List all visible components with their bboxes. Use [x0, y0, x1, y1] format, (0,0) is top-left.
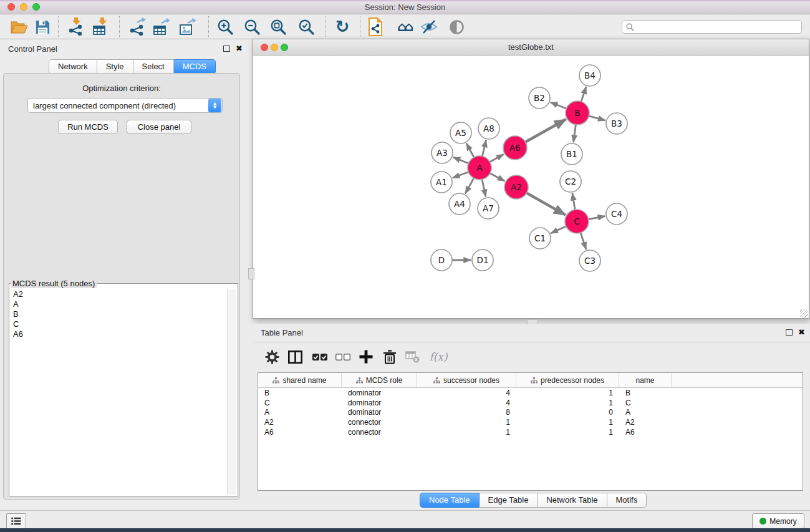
zoom-out-icon[interactable] — [241, 17, 263, 37]
float-table-panel-icon[interactable] — [786, 329, 793, 336]
float-panel-icon[interactable] — [223, 46, 230, 52]
export-table-icon[interactable] — [151, 17, 172, 37]
hierarchy-icon — [356, 377, 363, 384]
open-session-icon[interactable] — [9, 17, 30, 37]
column-header-shared-name[interactable]: shared name — [258, 373, 342, 387]
tab-network[interactable]: Network — [49, 59, 97, 74]
graph-node-C[interactable]: C — [565, 210, 589, 233]
table-toolbar: f(x) — [253, 342, 810, 371]
close-panel-icon[interactable]: ✖ — [236, 45, 243, 52]
table-panel: Table Panel ✖ f(x) shared nameMCDS r — [253, 324, 810, 509]
graph-node-B4[interactable]: B4 — [579, 65, 600, 86]
graph-node-A1[interactable]: A1 — [431, 172, 452, 193]
graph-node-A3[interactable]: A3 — [432, 142, 453, 163]
import-network-icon[interactable] — [65, 17, 87, 37]
table-row[interactable]: Cdominator41C — [258, 398, 803, 408]
criterion-dropdown[interactable]: largest connected component (directed) ▲… — [27, 98, 223, 113]
cell-shared-name: A — [258, 408, 342, 417]
cell-successor-nodes: 1 — [417, 418, 516, 427]
column-header-name[interactable]: name — [619, 373, 672, 387]
result-item[interactable]: A — [11, 299, 226, 309]
tab-motifs[interactable]: Motifs — [607, 493, 647, 508]
cell-shared-name: A2 — [258, 418, 342, 427]
tab-mcds[interactable]: MCDS — [174, 59, 216, 74]
graph-node-A7[interactable]: A7 — [478, 198, 499, 219]
memory-button[interactable]: Memory — [752, 513, 804, 529]
tab-select[interactable]: Select — [133, 59, 174, 74]
graph-node-A5[interactable]: A5 — [450, 122, 471, 143]
graph-node-A4[interactable]: A4 — [449, 193, 470, 215]
zoom-fit-content-icon[interactable] — [268, 17, 289, 37]
column-header-MCDS-role[interactable]: MCDS role — [342, 373, 417, 387]
refresh-icon[interactable]: ↻ — [332, 17, 353, 37]
add-row-icon[interactable] — [357, 349, 375, 365]
graph-node-B[interactable]: B — [566, 101, 589, 125]
column-header-successor-nodes[interactable]: successor nodes — [417, 373, 516, 387]
graph-node-B3[interactable]: B3 — [606, 113, 627, 134]
table-settings-icon[interactable] — [263, 349, 281, 365]
graph-node-A[interactable]: A — [468, 156, 491, 180]
table-row[interactable]: Adominator80A — [258, 407, 803, 417]
cell-predecessor-nodes: 1 — [516, 389, 619, 397]
cell-name: A — [619, 408, 672, 417]
table-row[interactable]: Bdominator41B — [258, 388, 803, 398]
graph-node-A6[interactable]: A6 — [503, 136, 527, 160]
graph-node-C3[interactable]: C3 — [579, 250, 600, 271]
select-all-icon[interactable] — [311, 349, 329, 365]
tab-style[interactable]: Style — [97, 59, 133, 74]
search-field[interactable] — [622, 20, 802, 34]
network-canvas[interactable]: AA1A2A3A4A5A6A7A8BB1B2B3B4CC1C2C3C4DD1 — [253, 55, 809, 318]
home-icon[interactable]: ⌂⌂ — [393, 17, 415, 37]
open-network-file-icon[interactable] — [365, 17, 386, 37]
svg-text:C3: C3 — [584, 256, 595, 266]
save-session-icon[interactable] — [32, 17, 53, 37]
graph-node-C2[interactable]: C2 — [560, 171, 581, 192]
show-graphics-details-icon[interactable] — [446, 17, 467, 37]
result-item[interactable]: A6 — [11, 329, 226, 339]
vertical-splitter-handle[interactable] — [248, 268, 254, 279]
delete-rows-icon[interactable] — [381, 349, 398, 365]
tab-node-table[interactable]: Node Table — [420, 493, 480, 508]
graph-node-D1[interactable]: D1 — [472, 249, 493, 271]
hide-graphics-details-icon[interactable] — [418, 17, 440, 37]
result-item[interactable]: A2 — [11, 289, 226, 299]
graph-node-A8[interactable]: A8 — [478, 118, 499, 139]
graph-node-B2[interactable]: B2 — [529, 87, 550, 109]
cell-predecessor-nodes: 1 — [516, 418, 619, 427]
import-table-icon[interactable] — [90, 17, 112, 37]
control-panel-tabs: NetworkStyleSelectMCDS — [49, 59, 216, 74]
cell-shared-name: C — [258, 399, 342, 407]
graph-node-B1[interactable]: B1 — [561, 143, 582, 165]
window-resize-grip[interactable] — [800, 309, 808, 317]
close-table-panel-icon[interactable]: ✖ — [798, 329, 805, 336]
graph-node-A2[interactable]: A2 — [504, 175, 528, 199]
zoom-in-icon[interactable] — [215, 17, 236, 37]
table-row[interactable]: A6connector11A6 — [258, 427, 803, 437]
result-scrollbar[interactable] — [227, 289, 236, 495]
close-panel-button[interactable]: Close panel — [127, 120, 191, 134]
dropdown-stepper-icon: ▲▼ — [208, 99, 221, 112]
export-image-icon[interactable] — [177, 17, 198, 37]
svg-text:A5: A5 — [455, 128, 466, 138]
svg-text:B1: B1 — [566, 149, 577, 159]
graph-node-C1[interactable]: C1 — [529, 228, 551, 249]
table-row[interactable]: A2connector11A2 — [258, 417, 803, 427]
show-columns-icon[interactable] — [286, 349, 304, 365]
svg-text:C4: C4 — [611, 209, 622, 219]
tab-network-table[interactable]: Network Table — [538, 493, 607, 508]
tab-edge-table[interactable]: Edge Table — [480, 493, 538, 508]
task-history-button[interactable] — [6, 513, 26, 529]
graph-node-D[interactable]: D — [431, 249, 452, 271]
search-input[interactable] — [637, 22, 801, 32]
graph-node-C4[interactable]: C4 — [606, 203, 627, 225]
svg-text:A8: A8 — [483, 123, 494, 133]
node-table: shared nameMCDS rolesuccessor nodesprede… — [258, 372, 803, 491]
column-header-predecessor-nodes[interactable]: predecessor nodes — [516, 373, 619, 387]
result-item[interactable]: B — [11, 309, 226, 319]
export-network-icon[interactable] — [127, 17, 148, 37]
deselect-all-icon[interactable] — [334, 349, 352, 365]
zoom-selected-icon[interactable] — [296, 17, 317, 37]
result-item[interactable]: C — [11, 319, 226, 329]
svg-text:D1: D1 — [477, 255, 489, 265]
run-mcds-button[interactable]: Run MCDS — [58, 120, 118, 134]
